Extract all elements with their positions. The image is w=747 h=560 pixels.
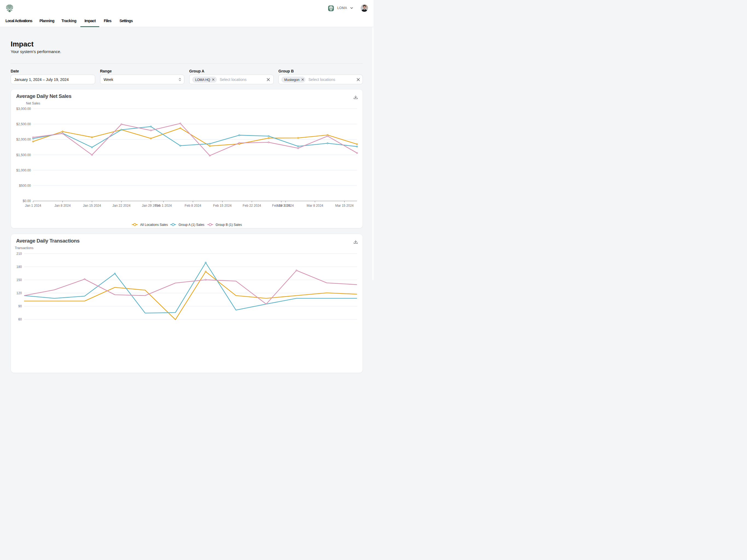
svg-text:$2,000.00: $2,000.00: [17, 137, 31, 142]
svg-text:$500.00: $500.00: [19, 184, 31, 187]
svg-text:Mar 8 2024: Mar 8 2024: [307, 204, 324, 207]
svg-text:$0.00: $0.00: [23, 199, 31, 203]
svg-text:Average Daily Net Sales: Average Daily Net Sales: [16, 93, 71, 99]
svg-text:Feb 1 2024: Feb 1 2024: [155, 204, 172, 207]
svg-text:Group B (1) Sales: Group B (1) Sales: [216, 223, 242, 227]
svg-text:Mar 1 2024: Mar 1 2024: [277, 204, 294, 207]
svg-text:Jan 22 2024: Jan 22 2024: [112, 204, 130, 207]
svg-text:$3,000.00: $3,000.00: [17, 107, 31, 111]
svg-text:Group A (1) Sales: Group A (1) Sales: [179, 223, 205, 227]
svg-text:Feb 22 2024: Feb 22 2024: [242, 204, 261, 207]
svg-text:Feb 8 2024: Feb 8 2024: [185, 204, 201, 207]
svg-text:210: 210: [17, 252, 22, 256]
svg-text:Jan 8 2024: Jan 8 2024: [54, 204, 71, 207]
svg-text:$1,000.00: $1,000.00: [17, 169, 31, 172]
svg-text:Jan 15 2024: Jan 15 2024: [83, 204, 101, 207]
svg-text:Mar 15 2024: Mar 15 2024: [335, 204, 354, 207]
svg-text:$1,500.00: $1,500.00: [17, 153, 31, 157]
svg-text:180: 180: [17, 265, 22, 269]
svg-text:All Locations Sales: All Locations Sales: [140, 223, 168, 227]
svg-text:Jan 1 2024: Jan 1 2024: [25, 204, 41, 207]
svg-text:Net Sales: Net Sales: [26, 101, 40, 105]
svg-text:150: 150: [17, 278, 22, 280]
svg-text:Transactions: Transactions: [15, 246, 33, 250]
svg-text:$2,500.00: $2,500.00: [17, 122, 31, 126]
svg-text:Average Daily Transactions: Average Daily Transactions: [16, 238, 80, 244]
svg-text:Feb 15 2024: Feb 15 2024: [213, 204, 232, 207]
